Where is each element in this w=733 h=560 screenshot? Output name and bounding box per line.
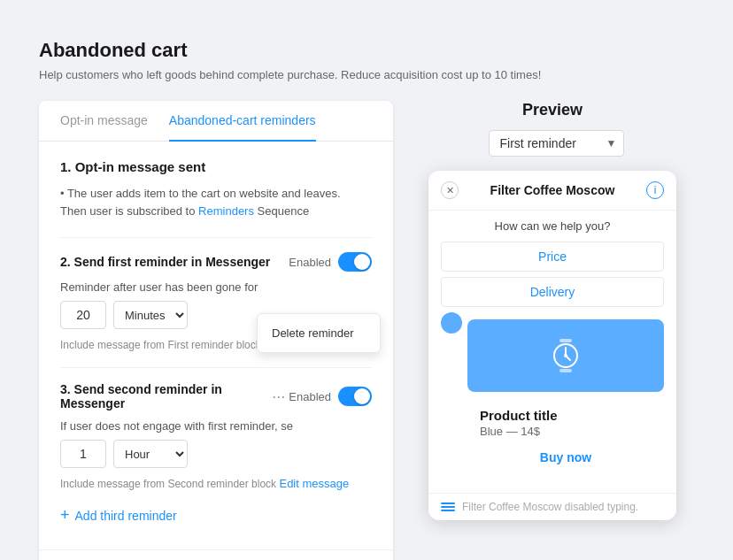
right-panel: Preview First reminder Second reminder ▼… bbox=[411, 101, 694, 560]
second-reminder-edit[interactable]: Edit message bbox=[279, 477, 349, 490]
opt-in-title: 1. Opt-in message sent bbox=[60, 159, 372, 174]
chat-close-button[interactable]: ✕ bbox=[441, 181, 459, 199]
page-title: Abandoned cart bbox=[39, 39, 694, 62]
preview-select-row: First reminder Second reminder ▼ bbox=[489, 130, 617, 157]
second-reminder-dots[interactable]: ··· bbox=[268, 388, 289, 404]
reminders-link[interactable]: Reminders bbox=[198, 204, 254, 218]
tabs: Opt-in message Abandoned-cart reminders bbox=[39, 101, 393, 142]
preview-select[interactable]: First reminder Second reminder bbox=[489, 130, 624, 157]
watch-icon bbox=[544, 334, 588, 378]
svg-point-5 bbox=[564, 354, 567, 357]
second-reminder-toggle[interactable] bbox=[338, 387, 372, 406]
svg-rect-1 bbox=[559, 369, 572, 372]
first-reminder-value[interactable] bbox=[60, 301, 106, 329]
first-reminder-subtext: Reminder after user has been gone for bbox=[60, 280, 372, 294]
chat-title: Filter Coffee Moscow bbox=[490, 183, 615, 197]
delivery-option[interactable]: Delivery bbox=[441, 277, 664, 307]
dropdown-popup: Delete reminder bbox=[257, 313, 381, 353]
chat-question: How can we help you? bbox=[441, 219, 664, 233]
second-reminder-unit[interactable]: Minutes Hour Days bbox=[113, 440, 188, 468]
first-reminder-enabled-label: Enabled bbox=[289, 256, 331, 269]
product-title: Product title bbox=[480, 408, 652, 423]
chat-info-icon[interactable]: i bbox=[646, 181, 664, 199]
svg-rect-0 bbox=[559, 339, 572, 342]
product-card bbox=[467, 319, 664, 392]
buy-now-button[interactable]: Buy now bbox=[480, 445, 652, 470]
avatar bbox=[441, 312, 462, 334]
chat-footer: Filter Coffee Moscow disabled typing. bbox=[428, 493, 676, 520]
opt-in-info: • The user adds item to the cart on webs… bbox=[60, 185, 372, 219]
chat-window: ✕ Filter Coffee Moscow i How can we help… bbox=[428, 171, 676, 520]
opt-in-section: 1. Opt-in message sent • The user adds i… bbox=[60, 159, 372, 219]
second-reminder-section: 3. Send second reminder in Messenger ···… bbox=[60, 382, 372, 490]
second-reminder-value[interactable] bbox=[60, 440, 106, 468]
tab-opt-in[interactable]: Opt-in message bbox=[60, 101, 148, 142]
delete-reminder-item[interactable]: Delete reminder bbox=[258, 319, 380, 347]
preview-title: Preview bbox=[522, 101, 583, 119]
second-reminder-subtext: If user does not engage with first remin… bbox=[60, 419, 372, 433]
second-reminder-title: 3. Send second reminder in Messenger bbox=[60, 382, 261, 410]
page-subtitle: Help customers who left goods behind com… bbox=[39, 67, 694, 83]
chat-body: How can we help you? Price Delivery bbox=[428, 211, 676, 493]
product-subtitle: Blue — 14$ bbox=[480, 425, 652, 438]
tab-reminders[interactable]: Abandoned-cart reminders bbox=[169, 101, 316, 142]
chat-footer-text: Filter Coffee Moscow disabled typing. bbox=[462, 501, 638, 513]
first-reminder-toggle[interactable] bbox=[338, 252, 372, 272]
bottom-bar: Back to Growth tools Save bbox=[39, 549, 393, 560]
product-info: Product title Blue — 14$ Buy now bbox=[467, 399, 664, 479]
second-reminder-include: Include message from Second reminder blo… bbox=[60, 477, 372, 490]
second-reminder-enabled-label: Enabled bbox=[289, 390, 331, 403]
message-row: Product title Blue — 14$ Buy now bbox=[441, 312, 664, 479]
first-reminder-unit[interactable]: Minutes Hours Days bbox=[113, 301, 188, 329]
first-reminder-title: 2. Send first reminder in Messenger bbox=[60, 255, 270, 269]
menu-icon bbox=[441, 502, 455, 511]
add-reminder[interactable]: + Add third reminder bbox=[60, 506, 372, 525]
chat-header: ✕ Filter Coffee Moscow i bbox=[428, 171, 676, 211]
price-option[interactable]: Price bbox=[441, 242, 664, 272]
